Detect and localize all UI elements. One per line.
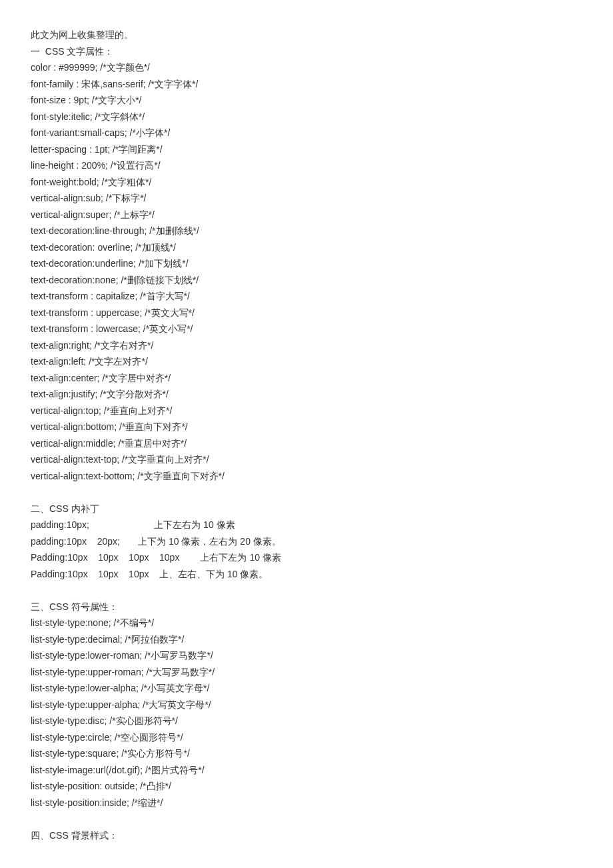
text-line: list-style-type:none; /*不编号*/ [31, 615, 582, 631]
text-line: list-style-type:decimal; /*阿拉伯数字*/ [31, 631, 582, 648]
text-line: font-variant:small-caps; /*小字体*/ [31, 125, 582, 141]
text-line [31, 811, 582, 827]
text-line: vertical-align:text-bottom; /*文字垂直向下对齐*/ [31, 468, 582, 485]
text-line: list-style-image:url(/dot.gif); /*图片式符号*… [31, 762, 582, 779]
text-line: text-align:justify; /*文字分散对齐*/ [31, 386, 582, 403]
text-line: text-decoration:line-through; /*加删除线*/ [31, 223, 582, 239]
text-line: Padding:10px 10px 10px 10px 上右下左为 10 像素 [31, 549, 582, 566]
text-line: font-family : 宋体,sans-serif; /*文字字体*/ [31, 76, 582, 93]
text-line: text-decoration:none; /*删除链接下划线*/ [31, 272, 582, 289]
text-line: 此文为网上收集整理的。 [31, 27, 582, 43]
text-line: padding:10px 20px; 上下为 10 像素，左右为 20 像素。 [31, 533, 582, 550]
text-line: 二、CSS 内补丁 [31, 501, 582, 517]
text-line [31, 484, 582, 501]
text-line: vertical-align:bottom; /*垂直向下对齐*/ [31, 419, 582, 435]
text-line: list-style-position: outside; /*凸排*/ [31, 778, 582, 795]
text-line: color : #999999; /*文字颜色*/ [31, 59, 582, 76]
text-line: letter-spacing : 1pt; /*字间距离*/ [31, 141, 582, 158]
text-line: vertical-align:sub; /*下标字*/ [31, 190, 582, 207]
text-line [31, 582, 582, 599]
text-line: vertical-align:middle; /*垂直居中对齐*/ [31, 435, 582, 452]
text-line: font-weight:bold; /*文字粗体*/ [31, 174, 582, 191]
text-line: padding:10px; 上下左右为 10 像素 [31, 517, 582, 533]
text-line: Padding:10px 10px 10px 上、左右、下为 10 像素。 [31, 566, 582, 583]
text-line: list-style-type:circle; /*空心圆形符号*/ [31, 729, 582, 746]
text-line: text-align:right; /*文字右对齐*/ [31, 337, 582, 354]
text-line: list-style-type:disc; /*实心圆形符号*/ [31, 713, 582, 729]
text-line: font-size : 9pt; /*文字大小*/ [31, 92, 582, 109]
text-line: text-align:center; /*文字居中对齐*/ [31, 370, 582, 387]
text-line: vertical-align:top; /*垂直向上对齐*/ [31, 403, 582, 419]
text-line: text-transform : capitalize; /*首字大写*/ [31, 288, 582, 305]
text-line: 四、CSS 背景样式： [31, 827, 582, 844]
text-line: text-decoration:underline; /*加下划线*/ [31, 255, 582, 272]
text-line: 三、CSS 符号属性： [31, 599, 582, 615]
text-line: list-style-type:lower-alpha; /*小写英文字母*/ [31, 680, 582, 697]
text-line: vertical-align:text-top; /*文字垂直向上对齐*/ [31, 451, 582, 468]
text-line: list-style-position:inside; /*缩进*/ [31, 795, 582, 811]
text-line: text-align:left; /*文字左对齐*/ [31, 353, 582, 370]
text-line: list-style-type:square; /*实心方形符号*/ [31, 745, 582, 762]
text-line: list-style-type:upper-alpha; /*大写英文字母*/ [31, 697, 582, 713]
text-line: text-transform : lowercase; /*英文小写*/ [31, 321, 582, 337]
text-line: text-transform : uppercase; /*英文大写*/ [31, 305, 582, 321]
text-line: text-decoration: overline; /*加顶线*/ [31, 239, 582, 256]
text-line: list-style-type:upper-roman; /*大写罗马数字*/ [31, 664, 582, 681]
text-line: font-style:itelic; /*文字斜体*/ [31, 109, 582, 125]
text-line: 一 CSS 文字属性： [31, 43, 582, 60]
text-line: line-height : 200%; /*设置行高*/ [31, 157, 582, 174]
document-body: 此文为网上收集整理的。一 CSS 文字属性：color : #999999; /… [31, 27, 582, 843]
text-line: vertical-align:super; /*上标字*/ [31, 207, 582, 223]
text-line: list-style-type:lower-roman; /*小写罗马数字*/ [31, 647, 582, 664]
